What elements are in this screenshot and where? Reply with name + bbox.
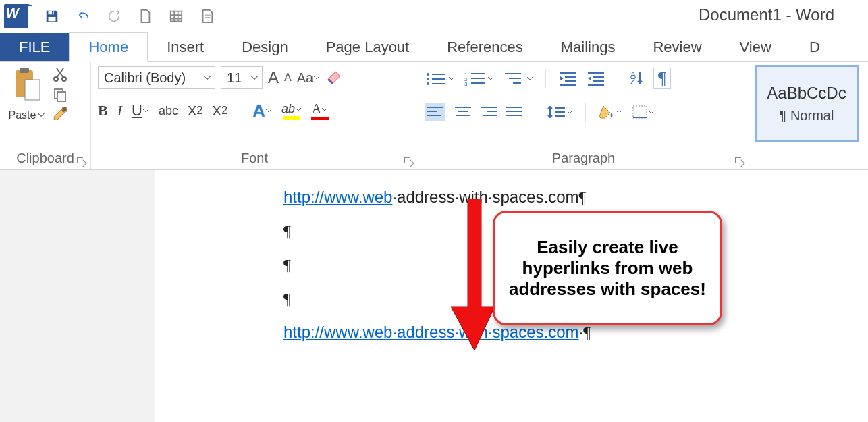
font-name-input[interactable] [99, 67, 200, 88]
cut-icon[interactable] [51, 66, 69, 82]
numbering-button[interactable]: 123 [464, 71, 494, 86]
tab-home[interactable]: Home [69, 32, 148, 62]
change-case-button[interactable]: Aa [297, 70, 320, 86]
strikethrough-button[interactable]: abc [159, 104, 178, 118]
align-left-icon[interactable] [425, 103, 445, 121]
hyperlink-partial[interactable]: http://www.web [283, 188, 392, 206]
svg-point-15 [427, 82, 429, 85]
svg-rect-22 [471, 82, 485, 84]
grow-font-icon[interactable]: A [268, 68, 279, 87]
svg-text:3: 3 [464, 81, 468, 86]
font-dialog-launcher-icon[interactable] [403, 156, 414, 167]
decrease-indent-icon[interactable] [558, 71, 577, 86]
table-icon[interactable] [167, 7, 185, 25]
increase-indent-icon[interactable] [587, 71, 605, 86]
font-name-combo[interactable] [98, 66, 215, 89]
font-size-input[interactable] [221, 67, 247, 88]
save-icon[interactable] [43, 7, 61, 25]
svg-rect-14 [432, 78, 445, 80]
svg-rect-25 [513, 82, 521, 84]
clear-formatting-icon[interactable] [325, 69, 343, 86]
svg-rect-2 [52, 11, 53, 14]
italic-button[interactable]: I [117, 102, 122, 120]
tab-mailings[interactable]: Mailings [542, 33, 634, 61]
group-font: A A Aa B I U abc X2 X2 A ab A [91, 62, 418, 169]
chevron-down-icon[interactable] [247, 74, 262, 82]
tab-insert[interactable]: Insert [148, 33, 223, 61]
svg-rect-37 [455, 107, 471, 108]
svg-rect-33 [588, 84, 604, 86]
svg-rect-4 [20, 68, 29, 73]
align-right-icon[interactable] [481, 105, 497, 119]
sort-button[interactable]: AZ [630, 71, 644, 86]
svg-rect-29 [560, 84, 576, 86]
paste-button[interactable] [11, 66, 43, 105]
format-painter-icon[interactable] [51, 107, 69, 124]
style-name: ¶ Normal [780, 108, 834, 124]
page[interactable]: http://www.web·address·with·spaces.com¶ … [155, 170, 868, 422]
line-spacing-button[interactable] [547, 105, 573, 120]
svg-rect-16 [432, 83, 445, 84]
show-hide-button[interactable]: ¶ [653, 68, 671, 89]
svg-rect-30 [588, 72, 604, 74]
shading-button[interactable] [598, 105, 622, 120]
svg-rect-38 [458, 111, 468, 112]
paste-dropdown-icon[interactable] [37, 109, 45, 122]
tab-page-layout[interactable]: Page Layout [307, 33, 429, 61]
tab-more[interactable]: D [790, 33, 839, 61]
text-effects-button[interactable]: A [252, 101, 272, 122]
paragraph-dialog-launcher-icon[interactable] [734, 156, 744, 167]
tab-view[interactable]: View [721, 33, 790, 61]
svg-rect-9 [57, 92, 65, 101]
borders-button[interactable] [632, 105, 655, 120]
align-center-icon[interactable] [455, 105, 471, 119]
svg-rect-26 [560, 72, 576, 74]
font-size-combo[interactable] [221, 66, 263, 89]
paragraph-mark-icon: ¶ [579, 188, 587, 206]
svg-rect-39 [456, 115, 470, 116]
superscript-button[interactable]: X2 [213, 103, 228, 119]
underline-button[interactable]: U [132, 102, 149, 120]
svg-rect-18 [471, 73, 485, 74]
svg-rect-12 [432, 74, 445, 75]
page-icon[interactable] [198, 7, 216, 25]
svg-rect-24 [509, 78, 521, 79]
svg-rect-48 [555, 115, 565, 117]
undo-icon[interactable] [74, 7, 92, 25]
clipboard-group-label: Clipboard [7, 151, 84, 169]
tab-review[interactable]: Review [634, 33, 720, 61]
clipboard-dialog-launcher-icon[interactable] [76, 156, 86, 167]
svg-point-13 [427, 78, 429, 80]
svg-rect-42 [483, 115, 497, 116]
hyperlink-full[interactable]: http://www.web·address·with·spaces.com [283, 323, 579, 341]
tab-file[interactable]: FILE [0, 33, 69, 61]
quick-access-toolbar: Document1 - Word [0, 0, 868, 32]
bullets-button[interactable] [425, 71, 455, 86]
svg-rect-5 [25, 80, 40, 100]
callout-text: Easily create live hyperlinks from web a… [507, 237, 708, 300]
justify-icon[interactable] [506, 105, 522, 119]
svg-rect-31 [593, 76, 604, 78]
multilevel-list-button[interactable] [504, 71, 533, 86]
svg-rect-41 [487, 111, 497, 112]
word-logo-icon [4, 4, 30, 28]
group-styles: AaBbCcDc ¶ Normal [749, 62, 868, 169]
style-normal[interactable]: AaBbCcDc ¶ Normal [756, 66, 857, 140]
svg-rect-46 [555, 107, 565, 109]
plain-text: ·address·with·spaces.com [392, 188, 578, 206]
svg-point-11 [427, 73, 429, 76]
paragraph-group-label: Paragraph [425, 151, 742, 169]
bold-button[interactable]: B [98, 102, 108, 120]
new-doc-icon[interactable] [136, 7, 154, 25]
tab-references[interactable]: References [428, 33, 542, 61]
highlight-color-button[interactable]: ab [281, 102, 302, 120]
svg-rect-27 [565, 76, 576, 78]
ribbon-tabs: FILE Home Insert Design Page Layout Refe… [0, 32, 868, 62]
copy-icon[interactable] [51, 86, 69, 103]
chevron-down-icon[interactable] [200, 74, 215, 82]
redo-icon[interactable] [105, 7, 123, 25]
tab-design[interactable]: Design [223, 33, 306, 61]
subscript-button[interactable]: X2 [188, 103, 203, 119]
shrink-font-icon[interactable]: A [284, 72, 292, 84]
font-color-button[interactable]: A [311, 101, 329, 120]
